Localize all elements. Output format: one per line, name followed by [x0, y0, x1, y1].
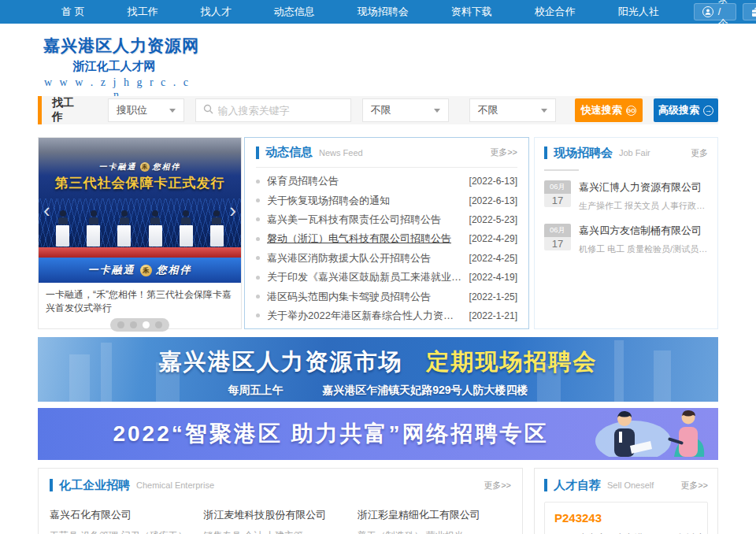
- news-item-title[interactable]: 港区码头范围内集卡驾驶员招聘公告: [267, 290, 463, 304]
- news-subtitle: News Feed: [319, 148, 363, 158]
- news-row[interactable]: 磐动（浙江）电气科技有限公司招聘公告 [2022-4-29]: [256, 229, 517, 248]
- main-row: 一卡融通 禾 您相伴 第三代社会保障卡正式发行: [38, 137, 718, 329]
- talent-card[interactable]: P243243 男 ｜ 嘉兴市->嘉兴港区 ｜ 八年以上: [544, 502, 708, 534]
- news-item-title[interactable]: 嘉兴港区消防救援大队公开招聘公告: [267, 251, 463, 265]
- news-row[interactable]: 关于恢复现场招聘会的通知 [2022-6-13]: [256, 191, 517, 210]
- nav-item-sunshine-hr[interactable]: 阳光人社: [610, 5, 667, 19]
- job-fair-item[interactable]: 06月 17 嘉兴汇博人力资源有限公司 生产操作工 报关文员 人事行政助理...: [544, 180, 708, 212]
- filter1-select[interactable]: 不限: [362, 98, 449, 122]
- news-item-date: [2022-4-29]: [469, 233, 517, 244]
- news-title: 动态信息: [265, 145, 313, 160]
- carousel-dot[interactable]: [155, 321, 162, 328]
- quick-search-button[interactable]: 快速搜索 GO: [575, 98, 643, 122]
- chemical-more-link[interactable]: 更多>>: [484, 480, 511, 491]
- nav-item-school-coop[interactable]: 校企合作: [527, 5, 584, 19]
- section-bar: [256, 146, 259, 159]
- slide-tagline: 一卡融通 禾 您相伴: [39, 161, 241, 172]
- company-name[interactable]: 浙江彩皇精细化工有限公司: [358, 508, 511, 522]
- carousel-slide[interactable]: 一卡融通 禾 您相伴 第三代社会保障卡正式发行: [39, 138, 241, 283]
- search-category-select[interactable]: 搜职位: [108, 98, 183, 122]
- company-list: 嘉兴石化有限公司 工艺员 设备管理 门卫（残疾工） 浙江麦堆科技股份有限公司 销…: [50, 508, 511, 534]
- job-market-banner[interactable]: 嘉兴港区人力资源市场 定期现场招聘会 每周五上午 嘉兴港区乍浦镇天妃路929号人…: [38, 337, 718, 402]
- site-subtitle: 浙江化工人才网: [43, 59, 185, 74]
- person-figure: [117, 210, 131, 247]
- company-item[interactable]: 浙江麦堆科技股份有限公司 销售专员 会计 土建主管: [203, 508, 357, 534]
- talent-more-link[interactable]: 更多>>: [680, 480, 708, 491]
- briefcase-icon: [751, 7, 756, 17]
- search-bar: 找工作 搜职位 不限 不限 快速搜索 GO: [38, 96, 718, 124]
- site-title[interactable]: 嘉兴港区人力资源网: [43, 35, 756, 57]
- arrow-circle-icon: →: [703, 106, 713, 116]
- bullet-icon: [256, 256, 260, 260]
- company-positions: 普工（制造科） 营业担当: [358, 529, 511, 534]
- news-item-title[interactable]: 关于恢复现场招聘会的通知: [267, 194, 463, 208]
- job-fair-more-link[interactable]: 更多: [691, 147, 708, 159]
- enterprise-entry-button[interactable]: 企业入口: [743, 3, 756, 20]
- talent-id[interactable]: P243243: [554, 511, 698, 525]
- talent-title: 人才自荐: [554, 478, 601, 493]
- online-recruiting-banner[interactable]: 2022“智聚港区 助力共富”网络招聘专区: [38, 408, 718, 460]
- company-item[interactable]: 浙江彩皇精细化工有限公司 普工（制造科） 营业担当: [358, 508, 511, 534]
- filter1-value: 不限: [371, 103, 391, 117]
- person-figure: [180, 210, 193, 247]
- company-item[interactable]: 嘉兴石化有限公司 工艺员 设备管理 门卫（残疾工）: [50, 508, 203, 534]
- fair-company[interactable]: 嘉兴四方友信制桶有限公司: [579, 224, 708, 238]
- news-item-date: [2022-1-25]: [469, 291, 517, 302]
- news-more-link[interactable]: 更多>>: [490, 146, 517, 158]
- news-item-title[interactable]: 保育员招聘公告: [267, 174, 463, 188]
- carousel-dot-active[interactable]: [143, 321, 150, 328]
- news-row[interactable]: 嘉兴港区消防救援大队公开招聘公告 [2022-4-25]: [256, 249, 517, 268]
- company-name[interactable]: 嘉兴石化有限公司: [50, 508, 203, 522]
- news-item-title[interactable]: 磐动（浙江）电气科技有限公司招聘公告: [267, 232, 463, 246]
- job-fair-item[interactable]: 06月 17 嘉兴四方友信制桶有限公司 机修工 电工 质量检验员/测试员 叉车.…: [544, 224, 708, 255]
- nav-item-downloads[interactable]: 资料下载: [443, 5, 500, 19]
- bullet-icon: [256, 313, 260, 317]
- carousel-caption[interactable]: 一卡融通，“禾”您相伴！第三代社会保障卡嘉兴首发仪式举行: [39, 283, 241, 316]
- news-item-date: [2022-4-19]: [469, 272, 517, 283]
- nav-item-home[interactable]: 首 页: [54, 5, 93, 19]
- carousel-dot[interactable]: [117, 321, 124, 328]
- fair-company[interactable]: 嘉兴汇博人力资源有限公司: [579, 180, 708, 195]
- date-badge: 06月 17: [544, 180, 571, 212]
- news-row[interactable]: 保育员招聘公告 [2022-6-13]: [256, 172, 517, 191]
- slide-footer-banner: 一卡融通 禾 您相伴: [39, 258, 241, 283]
- personal-login-button[interactable]: 个人登录 / 个人注册: [694, 3, 737, 20]
- nav-item-find-job[interactable]: 找工作: [120, 5, 166, 19]
- nav-item-find-talent[interactable]: 找人才: [193, 5, 239, 19]
- carousel-dot[interactable]: [130, 321, 137, 328]
- search-input[interactable]: [218, 105, 357, 117]
- stage-people: [39, 210, 241, 247]
- banner2-title: 2022“智聚港区 助力共富”网络招聘专区: [38, 419, 624, 449]
- job-fair-header: 现场招聘会 Job Fair 更多: [544, 138, 708, 168]
- bottom-row: 化工企业招聘 Chemical Enterprise 更多>> 嘉兴石化有限公司…: [38, 468, 718, 534]
- news-item-date: [2022-6-13]: [469, 195, 517, 206]
- news-item-title[interactable]: 关于举办2022年港区新春综合性人力资源暨春风...: [267, 309, 463, 323]
- news-row[interactable]: 关于举办2022年港区新春综合性人力资源暨春风... [2022-1-21]: [256, 306, 517, 325]
- banner1-details: 每周五上午 嘉兴港区乍浦镇天妃路929号人防大楼四楼: [38, 384, 718, 398]
- news-list: 保育员招聘公告 [2022-6-13] 关于恢复现场招聘会的通知 [2022-6…: [256, 168, 517, 325]
- carousel-next-arrow[interactable]: ›: [224, 198, 241, 223]
- news-row[interactable]: 港区码头范围内集卡驾驶员招聘公告 [2022-1-25]: [256, 287, 517, 306]
- news-row[interactable]: 关于印发《嘉兴港区鼓励新员工来港就业补助操作... [2022-4-19]: [256, 268, 517, 287]
- company-positions: 工艺员 设备管理 门卫（残疾工）: [50, 529, 203, 534]
- carousel-prev-arrow[interactable]: ‹: [39, 198, 55, 223]
- quick-search-label: 快速搜索: [581, 103, 622, 117]
- company-name[interactable]: 浙江麦堆科技股份有限公司: [203, 508, 357, 522]
- people-illustration: [586, 408, 712, 460]
- carousel-dots: [39, 318, 241, 332]
- chevron-down-icon: [434, 109, 440, 113]
- nav-item-job-fair[interactable]: 现场招聘会: [350, 5, 417, 19]
- go-circle-icon: GO: [626, 106, 636, 116]
- advanced-search-button[interactable]: 高级搜索 →: [654, 98, 718, 122]
- news-item-title[interactable]: 关于印发《嘉兴港区鼓励新员工来港就业补助操作...: [267, 270, 463, 284]
- bullet-icon: [256, 180, 260, 184]
- news-row[interactable]: 嘉兴美一瓦科技有限责任公司招聘公告 [2022-5-23]: [256, 210, 517, 229]
- nav-item-news[interactable]: 动态信息: [266, 5, 323, 19]
- news-item-title[interactable]: 嘉兴美一瓦科技有限责任公司招聘公告: [267, 213, 463, 227]
- news-item-date: [2022-6-13]: [469, 176, 517, 187]
- talent-panel: 人才自荐 Sell Oneself 更多>> P243243 男 ｜ 嘉兴市->…: [534, 468, 718, 534]
- fair-positions: 机修工 电工 质量检验员/测试员 叉车...: [579, 243, 708, 255]
- top-nav: 首 页 找工作 找人才 动态信息 现场招聘会 资料下载 校企合作 阳光人社 个人…: [0, 0, 756, 24]
- filter2-select[interactable]: 不限: [469, 98, 556, 122]
- tagline-right: 您相伴: [153, 161, 181, 172]
